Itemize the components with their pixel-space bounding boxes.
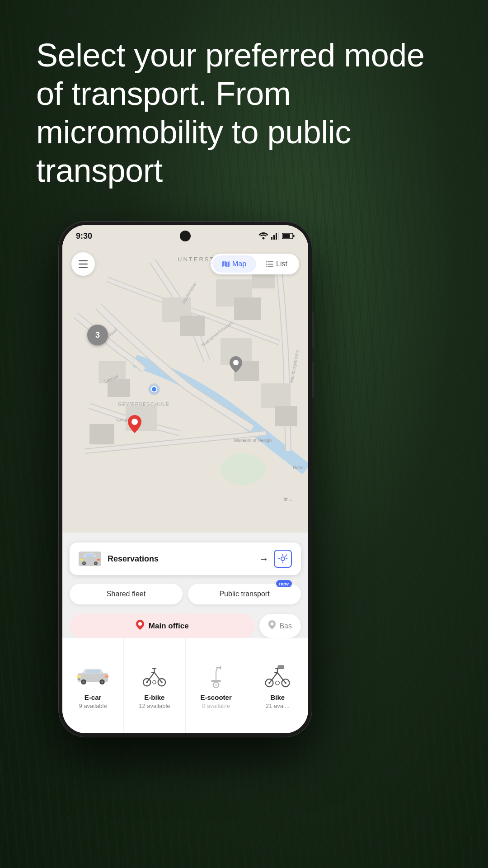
svg-rect-58 xyxy=(86,670,100,673)
svg-point-68 xyxy=(215,684,217,686)
svg-point-51 xyxy=(138,622,142,626)
bike-availability: 21 avai... xyxy=(266,703,290,709)
svg-rect-59 xyxy=(77,675,81,678)
svg-rect-2 xyxy=(273,235,275,240)
svg-rect-6 xyxy=(293,235,295,237)
menu-button[interactable] xyxy=(71,252,95,276)
reservations-label: Reservations xyxy=(108,554,259,564)
bike-name: Bike xyxy=(271,693,285,701)
phone-screen: 9:30 xyxy=(62,225,308,733)
list-icon xyxy=(266,261,273,267)
escooter-name: E-scooter xyxy=(201,693,232,701)
public-transport-tab[interactable]: new Public transport xyxy=(188,584,301,604)
shared-fleet-tab[interactable]: Shared fleet xyxy=(70,584,183,604)
car-icon-small xyxy=(79,552,101,566)
bike-icon xyxy=(264,665,291,688)
svg-rect-21 xyxy=(180,316,205,336)
svg-rect-69 xyxy=(211,680,221,682)
wifi-icon xyxy=(258,232,268,240)
svg-rect-1 xyxy=(271,237,272,240)
svg-point-41 xyxy=(131,419,138,425)
phone-mockup: 9:30 xyxy=(59,222,312,737)
svg-rect-4 xyxy=(278,232,279,240)
location-pin-red-icon xyxy=(136,620,144,632)
svg-text:im...: im... xyxy=(284,497,292,502)
user-location-dot xyxy=(148,383,160,395)
main-office-label: Main office xyxy=(149,622,189,631)
map-area[interactable]: UNTERSTRASS GEWERBESCHULE Wasserwerkstra… xyxy=(62,225,308,533)
ebike-icon xyxy=(142,665,167,688)
svg-point-44 xyxy=(83,562,85,564)
bas-location-chip[interactable]: Bas xyxy=(259,614,301,638)
svg-rect-35 xyxy=(268,264,273,264)
locate-button[interactable] xyxy=(274,550,292,568)
svg-text:Museum of Design: Museum of Design xyxy=(234,438,272,443)
list-tab[interactable]: List xyxy=(256,255,297,273)
escooter-availability: 0 available xyxy=(202,703,230,709)
svg-rect-70 xyxy=(220,666,221,669)
reservations-bar[interactable]: Reservations → xyxy=(70,542,301,575)
map-pin-grey[interactable] xyxy=(230,356,242,376)
hamburger-icon xyxy=(79,260,88,268)
svg-rect-60 xyxy=(105,675,109,678)
vehicle-item-ecar[interactable]: E-car 9 available xyxy=(62,638,124,733)
svg-rect-61 xyxy=(78,678,80,679)
camera-notch xyxy=(180,231,191,241)
map-tab[interactable]: Map xyxy=(212,255,256,273)
svg-point-74 xyxy=(269,682,271,684)
vehicle-item-escooter[interactable]: E-scooter 0 available xyxy=(186,638,247,733)
status-icons xyxy=(258,232,295,240)
map-tab-label: Map xyxy=(232,260,246,268)
svg-point-66 xyxy=(161,681,163,683)
svg-point-75 xyxy=(285,682,286,684)
svg-text:GEWERBESCHULE: GEWERBESCHULE xyxy=(118,401,169,407)
svg-point-0 xyxy=(263,237,265,240)
svg-rect-34 xyxy=(268,261,273,262)
escooter-icon-area xyxy=(198,663,234,690)
main-office-chip[interactable]: Main office xyxy=(70,613,255,638)
list-tab-label: List xyxy=(276,260,287,268)
svg-point-46 xyxy=(95,562,97,564)
svg-point-38 xyxy=(266,264,267,265)
escooter-icon xyxy=(208,665,224,688)
location-pin-grey-icon xyxy=(268,620,276,632)
svg-rect-47 xyxy=(86,554,94,557)
ebike-icon-area xyxy=(136,663,173,690)
new-badge: new xyxy=(276,580,292,587)
svg-rect-17 xyxy=(89,424,114,444)
ebike-name: E-bike xyxy=(144,693,164,701)
vehicle-item-ebike[interactable]: E-bike 12 available xyxy=(124,638,185,733)
bike-icon-area xyxy=(259,663,296,690)
svg-text:Natio...: Natio... xyxy=(293,465,307,470)
svg-point-37 xyxy=(266,261,267,263)
headline-text: Select your preferred mode of transport.… xyxy=(36,36,452,190)
svg-rect-19 xyxy=(275,406,297,426)
ecar-availability: 9 available xyxy=(79,703,107,709)
map-pin-red[interactable] xyxy=(128,415,141,437)
ecar-icon xyxy=(76,667,110,685)
ebike-availability: 12 available xyxy=(139,703,170,709)
map-cluster-badge[interactable]: 3 xyxy=(87,325,108,345)
svg-point-65 xyxy=(146,681,148,683)
svg-point-50 xyxy=(281,557,285,561)
svg-point-39 xyxy=(266,266,267,267)
svg-point-73 xyxy=(276,681,280,685)
svg-rect-48 xyxy=(80,559,83,561)
vehicle-item-bike[interactable]: Bike 21 avai... xyxy=(247,638,308,733)
svg-point-33 xyxy=(221,453,266,485)
category-tabs: Shared fleet new Public transport xyxy=(70,584,301,604)
battery-icon xyxy=(282,233,295,239)
arrow-right-icon: → xyxy=(259,554,268,564)
svg-point-40 xyxy=(233,360,239,365)
headline-section: Select your preferred mode of transport.… xyxy=(36,36,452,190)
signal-icon xyxy=(271,232,279,240)
svg-point-57 xyxy=(101,680,103,683)
view-toggle[interactable]: Map List xyxy=(211,254,299,274)
svg-point-64 xyxy=(153,680,156,684)
svg-rect-36 xyxy=(268,266,273,267)
phone-shell: 9:30 xyxy=(59,222,312,737)
svg-rect-7 xyxy=(283,234,290,238)
map-controls: Map List xyxy=(62,252,308,276)
svg-point-55 xyxy=(82,680,85,683)
vehicle-grid: E-car 9 available xyxy=(62,638,308,733)
